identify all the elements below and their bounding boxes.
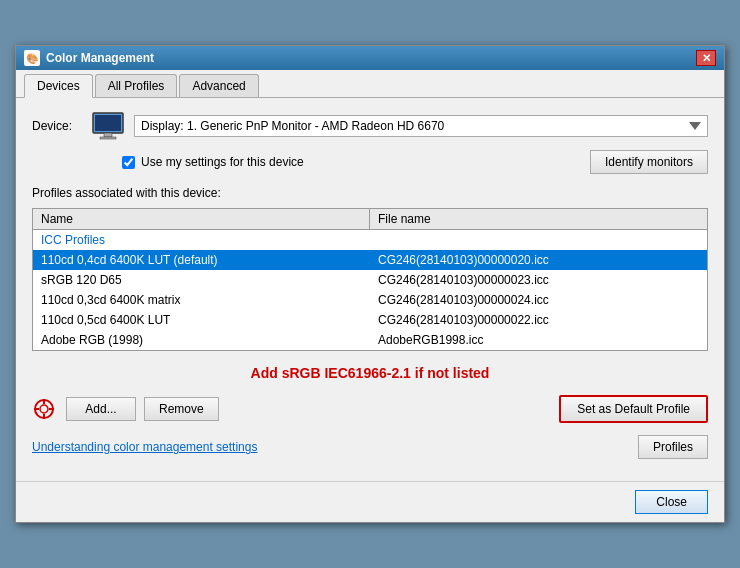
content-area: Device: Display: 1. Generic PnP Monitor … xyxy=(16,98,724,481)
profile-row-1[interactable]: sRGB 120 D65 CG246(28140103)00000023.icc xyxy=(33,270,707,290)
device-label: Device: xyxy=(32,119,82,133)
color-management-window: 🎨 Color Management ✕ Devices All Profile… xyxy=(15,45,725,523)
crosshair-icon xyxy=(32,397,56,421)
profiles-table-header: Name File name xyxy=(33,209,707,230)
profile-row-4[interactable]: Adobe RGB (1998) AdobeRGB1998.icc xyxy=(33,330,707,350)
icc-profiles-label: ICC Profiles xyxy=(33,230,370,250)
profile-name-cell: sRGB 120 D65 xyxy=(33,270,370,290)
titlebar: 🎨 Color Management ✕ xyxy=(16,46,724,70)
tab-all-profiles[interactable]: All Profiles xyxy=(95,74,178,97)
set-default-profile-button[interactable]: Set as Default Profile xyxy=(559,395,708,423)
profile-name-cell: Adobe RGB (1998) xyxy=(33,330,370,350)
close-button[interactable]: Close xyxy=(635,490,708,514)
remove-button[interactable]: Remove xyxy=(144,397,219,421)
profiles-container: Name File name ICC Profiles 110cd 0,4cd … xyxy=(32,208,708,351)
profile-filename-cell: CG246(28140103)00000024.icc xyxy=(370,290,707,310)
svg-rect-3 xyxy=(100,137,116,139)
device-row: Device: Display: 1. Generic PnP Monitor … xyxy=(32,112,708,140)
svg-rect-1 xyxy=(95,115,121,131)
filename-column-header: File name xyxy=(370,209,707,229)
profile-filename-cell: CG246(28140103)00000020.icc xyxy=(370,250,707,270)
profile-name-cell: 110cd 0,5cd 6400K LUT xyxy=(33,310,370,330)
profile-filename-cell: CG246(28140103)00000022.icc xyxy=(370,310,707,330)
use-my-settings-label: Use my settings for this device xyxy=(141,155,304,169)
identify-monitors-button[interactable]: Identify monitors xyxy=(590,150,708,174)
profile-name-cell: 110cd 0,4cd 6400K LUT (default) xyxy=(33,250,370,270)
profile-row-3[interactable]: 110cd 0,5cd 6400K LUT CG246(28140103)000… xyxy=(33,310,707,330)
profile-name-cell: 110cd 0,3cd 6400K matrix xyxy=(33,290,370,310)
svg-rect-2 xyxy=(104,133,112,137)
titlebar-left: 🎨 Color Management xyxy=(24,50,154,66)
name-column-header: Name xyxy=(33,209,370,229)
profile-filename-cell: AdobeRGB1998.icc xyxy=(370,330,707,350)
window-title: Color Management xyxy=(46,51,154,65)
tabs-bar: Devices All Profiles Advanced xyxy=(16,70,724,98)
icc-profiles-category: ICC Profiles xyxy=(33,230,707,250)
profile-row-2[interactable]: 110cd 0,3cd 6400K matrix CG246(28140103)… xyxy=(33,290,707,310)
add-srgb-text: Add sRGB IEC61966-2.1 if not listed xyxy=(32,365,708,381)
close-window-button[interactable]: ✕ xyxy=(696,50,716,66)
profile-filename-cell: CG246(28140103)00000023.icc xyxy=(370,270,707,290)
use-my-settings-checkbox[interactable] xyxy=(122,156,135,169)
app-icon: 🎨 xyxy=(24,50,40,66)
understanding-color-link[interactable]: Understanding color management settings xyxy=(32,440,257,454)
action-buttons-row: Add... Remove Set as Default Profile xyxy=(32,395,708,423)
checkbox-identify-row: Use my settings for this device Identify… xyxy=(32,150,708,174)
footer-row: Understanding color management settings … xyxy=(32,435,708,459)
device-dropdown[interactable]: Display: 1. Generic PnP Monitor - AMD Ra… xyxy=(134,115,708,137)
profiles-button[interactable]: Profiles xyxy=(638,435,708,459)
tab-advanced[interactable]: Advanced xyxy=(179,74,258,97)
profile-row-selected[interactable]: 110cd 0,4cd 6400K LUT (default) CG246(28… xyxy=(33,250,707,270)
svg-point-5 xyxy=(40,405,48,413)
add-button[interactable]: Add... xyxy=(66,397,136,421)
monitor-icon xyxy=(92,112,124,140)
dialog-footer: Close xyxy=(16,481,724,522)
profiles-associated-label: Profiles associated with this device: xyxy=(32,186,708,200)
tab-devices[interactable]: Devices xyxy=(24,74,93,98)
